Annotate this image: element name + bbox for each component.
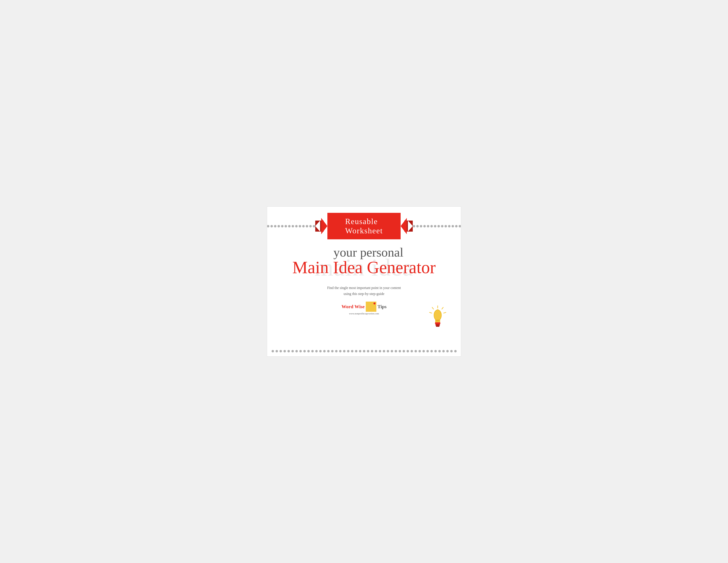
svg-rect-9: [436, 326, 439, 327]
brand-logo: Word Wise Tips: [341, 302, 387, 312]
dots-bottom: [267, 350, 461, 352]
brand-url: www.nonprofitcopywriter.com: [349, 312, 379, 315]
main-idea-wrapper: main idea Main Idea Generator: [267, 259, 461, 276]
main-idea-generator-title: Main Idea Generator: [292, 259, 436, 276]
svg-rect-7: [435, 322, 440, 324]
brand-sticky-note: [366, 302, 376, 312]
main-content: your personal main idea Main Idea Genera…: [267, 246, 461, 276]
banner: Reusable Worksheet: [327, 213, 400, 239]
brand-tips: Tips: [377, 304, 387, 310]
dots-right: [413, 225, 461, 227]
worksheet-page: Reusable Worksheet your personal main id…: [267, 206, 461, 357]
brand-word-wise: Word Wise: [341, 304, 365, 310]
svg-line-3: [432, 307, 433, 309]
lightbulb-icon: [428, 305, 448, 330]
subtitle-line2: using this step-by-step-guide: [327, 291, 401, 297]
brand-area: Word Wise Tips www.nonprofitcopywriter.c…: [341, 302, 387, 315]
svg-line-4: [430, 313, 432, 313]
subtitle: Find the single most important point in …: [327, 285, 401, 297]
svg-line-1: [442, 307, 443, 309]
svg-rect-8: [435, 324, 440, 326]
subtitle-line1: Find the single most important point in …: [327, 285, 401, 291]
svg-line-2: [444, 313, 446, 313]
your-personal-text: your personal: [333, 246, 403, 259]
banner-label: Reusable Worksheet: [345, 217, 383, 235]
dots-left: [267, 225, 315, 227]
